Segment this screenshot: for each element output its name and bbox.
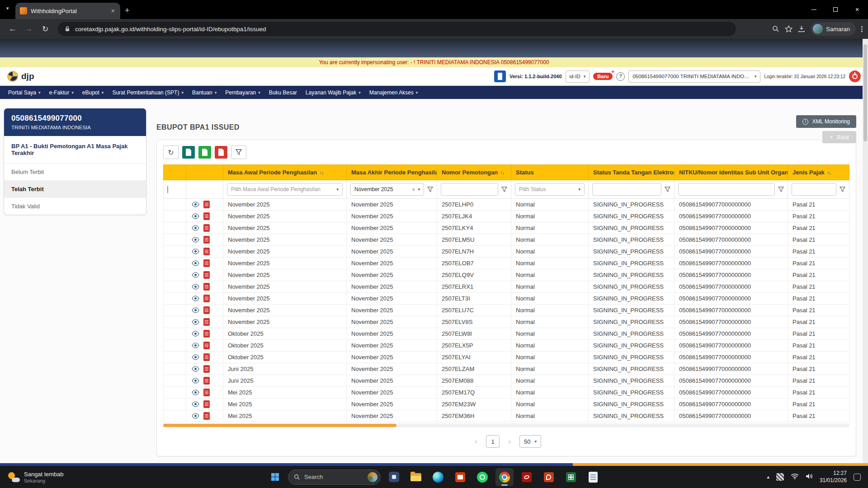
teams-icon[interactable]: [385, 468, 403, 486]
acrobat-icon[interactable]: [518, 468, 536, 486]
view-icon[interactable]: [192, 213, 199, 219]
view-icon[interactable]: [192, 237, 199, 243]
pdf-download-icon[interactable]: [203, 224, 210, 232]
sort-icon[interactable]: ↑↓: [827, 170, 831, 175]
previous-page-icon[interactable]: ‹: [472, 437, 481, 446]
pdf-download-icon[interactable]: [203, 318, 210, 326]
pdf-download-icon[interactable]: [203, 330, 210, 338]
nitku-filter-input[interactable]: [678, 183, 775, 196]
funnel-icon[interactable]: [840, 187, 845, 192]
page-size-select[interactable]: 50 ▾: [519, 435, 541, 448]
bookmark-star-icon[interactable]: [785, 25, 793, 33]
file-explorer-icon[interactable]: [407, 468, 425, 486]
view-icon[interactable]: [192, 366, 199, 372]
pdf-download-icon[interactable]: [203, 342, 210, 349]
next-page-icon[interactable]: ›: [505, 437, 514, 446]
tray-app-icon[interactable]: [776, 473, 784, 481]
view-icon[interactable]: [192, 202, 199, 207]
masa-awal-filter-select[interactable]: Pilih Masa Awal Periode Penghasilan ▾: [227, 183, 343, 196]
column-header-status-ttd[interactable]: Status Tanda Tangan Elektronik...: [589, 165, 675, 180]
xml-monitoring-button[interactable]: XML Monitoring: [796, 115, 856, 128]
site-info-lock-icon[interactable]: [64, 26, 71, 32]
masa-akhir-filter-select[interactable]: November 2025 × ▾: [350, 183, 424, 196]
tab-search-chevron-icon[interactable]: ▾: [6, 5, 9, 11]
column-header-masa-awal[interactable]: Masa Awal Periode Penghasilan↑↓: [223, 165, 347, 180]
window-maximize-button[interactable]: [825, 0, 846, 19]
window-close-button[interactable]: ×: [846, 0, 868, 19]
view-icon[interactable]: [192, 331, 199, 337]
view-icon[interactable]: [192, 260, 199, 266]
nomor-pemotongan-filter-input[interactable]: [441, 183, 498, 196]
coretax-app-icon[interactable]: [494, 70, 506, 82]
pdf-download-icon[interactable]: [203, 259, 210, 267]
volume-icon[interactable]: [806, 473, 813, 481]
sidebar-item-tidak-valid[interactable]: Tidak Valid: [4, 198, 146, 215]
browser-menu-icon[interactable]: [861, 26, 863, 32]
pdf-download-icon[interactable]: [203, 365, 210, 373]
window-minimize-button[interactable]: [803, 0, 825, 19]
reload-icon[interactable]: ↻: [38, 22, 52, 36]
status-filter-select[interactable]: Pilih Status ▾: [515, 183, 585, 196]
sidebar-item-telah-terbit[interactable]: Telah Terbit: [4, 181, 146, 198]
clear-x-icon[interactable]: ×: [412, 186, 415, 193]
nav-item-manajemen-akses[interactable]: Manajemen Akses▾: [369, 89, 418, 96]
powerpoint-icon[interactable]: [540, 468, 558, 486]
tab-close-icon[interactable]: ×: [110, 7, 116, 14]
sort-icon[interactable]: ↑↓: [500, 170, 504, 175]
column-header-jenis-pajak[interactable]: Jenis Pajak↑↓: [788, 165, 849, 180]
page-scrollbar[interactable]: [863, 39, 868, 463]
taskbar-search[interactable]: Search: [288, 469, 381, 485]
sort-icon[interactable]: ↑↓: [319, 170, 323, 175]
start-button[interactable]: [266, 468, 284, 486]
view-icon[interactable]: [192, 296, 199, 301]
funnel-icon[interactable]: [427, 187, 433, 192]
nav-item-bantuan[interactable]: Bantuan▾: [192, 89, 217, 96]
browser-tab[interactable]: WithholdingPortal ×: [15, 3, 120, 19]
column-header-nomor-pemotongan[interactable]: Nomor Pemotongan↑↓: [437, 165, 511, 180]
clear-filter-button[interactable]: [231, 145, 246, 159]
view-icon[interactable]: [192, 225, 199, 231]
pdf-download-icon[interactable]: [203, 353, 210, 361]
export-excel-button[interactable]: [198, 146, 211, 159]
weather-widget[interactable]: Sangat lembab Sekarang: [0, 471, 71, 483]
view-icon[interactable]: [192, 284, 199, 290]
view-icon[interactable]: [192, 354, 199, 360]
table-horizontal-scrollbar[interactable]: [163, 423, 849, 427]
download-icon[interactable]: [798, 25, 805, 33]
current-page[interactable]: 1: [486, 435, 500, 448]
nav-item-buku-besar[interactable]: Buku Besar: [269, 89, 297, 96]
column-header-status[interactable]: Status: [511, 165, 589, 180]
nav-item-spt[interactable]: Surat Pemberitahuan (SPT)▾: [112, 89, 184, 96]
zoom-search-icon[interactable]: [772, 25, 779, 33]
browser-profile-chip[interactable]: Samaran: [811, 22, 856, 36]
export-csv-button[interactable]: [182, 146, 195, 159]
back-icon[interactable]: ←: [5, 22, 20, 36]
export-pdf-button[interactable]: [215, 146, 227, 159]
refresh-button[interactable]: ↻: [163, 145, 179, 159]
nav-item-ebupot[interactable]: eBupot▾: [82, 89, 104, 96]
edge-icon[interactable]: [429, 468, 447, 486]
notification-icon[interactable]: [854, 474, 861, 481]
help-icon[interactable]: [616, 72, 625, 81]
tray-chevron-up-icon[interactable]: ▴: [767, 474, 769, 480]
notepad-icon[interactable]: [584, 468, 602, 486]
pdf-download-icon[interactable]: [203, 201, 210, 208]
pdf-download-icon[interactable]: [203, 236, 210, 244]
pdf-download-icon[interactable]: [203, 389, 210, 396]
view-icon[interactable]: [192, 307, 199, 313]
pdf-download-icon[interactable]: [203, 283, 210, 291]
pdf-download-icon[interactable]: [203, 248, 210, 255]
batal-button[interactable]: Batal: [822, 131, 856, 143]
whatsapp-icon[interactable]: [473, 468, 491, 486]
nav-item-layanan-wajib-pajak[interactable]: Layanan Wajib Pajak▾: [306, 89, 361, 96]
pdf-download-icon[interactable]: [203, 295, 210, 302]
column-header-nitku[interactable]: NITKU/Nomor Identitas Sub Unit Organisas…: [675, 165, 788, 180]
view-icon[interactable]: [192, 401, 199, 407]
view-icon[interactable]: [192, 319, 199, 325]
sidebar-item-belum-terbit[interactable]: Belum Terbit: [4, 164, 146, 181]
view-icon[interactable]: [192, 249, 199, 254]
taskbar-clock[interactable]: 12:27 31/01/2026: [820, 470, 847, 484]
scrollbar-thumb[interactable]: [863, 44, 867, 141]
funnel-icon[interactable]: [665, 187, 670, 192]
view-icon[interactable]: [192, 413, 199, 419]
